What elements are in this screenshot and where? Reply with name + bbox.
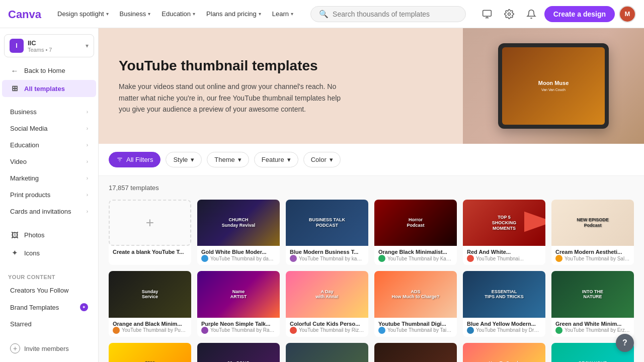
search-input[interactable] [333,10,457,18]
author-avatar [201,255,208,262]
create-blank-area[interactable]: + [109,200,191,246]
template-thumbnail: INTO THENATURE [551,271,634,317]
nav-business[interactable]: Business ▾ [115,7,156,21]
template-card[interactable]: TOP 5SHOCKINGMOMENTS Red And White... Yo… [463,200,545,265]
sidebar-item-label: Video [10,158,82,165]
sidebar-item-marketing[interactable]: Marketing › [2,170,96,186]
theme-filter-button[interactable]: Theme ▾ [207,152,249,167]
template-card[interactable]: SundayService Orange and Black Minim... … [109,271,191,336]
grid-icon: ⊞ [10,84,19,93]
template-author: YouTube Thumbnail by Sally... [565,256,630,261]
svg-rect-1 [482,10,491,16]
author-avatar [378,255,385,262]
template-thumbnail: ADSHow Much to Charge? [374,271,457,317]
template-card[interactable]: INTO THENATURE Green and White Minim... … [551,271,634,336]
template-author: YouTube Thumbnail by Tainá... [387,327,453,333]
sidebar-item-video[interactable]: Video › [2,154,96,169]
back-icon: ← [10,66,19,75]
svg-text:Canva: Canva [8,8,42,21]
brand-badge: ✦ [80,303,88,311]
template-card[interactable]: NEW EPISODEPodcast Cream Modern Aestheti… [551,200,634,265]
workspace-switcher[interactable]: I IIC Teams • 7 ▾ [4,34,94,57]
chevron-right-icon: › [87,109,88,115]
top-navigation: Canva Design spotlight ▾ Business ▾ Educ… [0,0,644,28]
canva-logo[interactable]: Canva [8,7,44,21]
style-filter-button[interactable]: Style ▾ [166,152,202,167]
tablet-mockup: Moon MuseVan Van Couch [498,43,609,129]
template-card[interactable]: CHURCHSunday Revival Gold White Blue Mod… [197,200,280,265]
template-card[interactable]: How To SpeakEnglish Fluently Speak Engli… [463,343,545,363]
template-thumbnail: $500PER DAY [109,343,191,363]
sidebar-item-back-to-home[interactable]: ← Back to Home [2,62,96,79]
template-author: YouTube Thumbnail by Kany... [387,256,453,261]
template-thumbnail: NEW EPISODEPodcast [551,200,634,246]
color-filter-button[interactable]: Color ▾ [303,152,341,167]
template-card[interactable]: 90s SONGCOLLECTION Music Collection... Y… [197,343,280,363]
chevron-icon: ▾ [148,11,150,17]
template-card[interactable]: PODCAST Podcast Episode... YouTube Thumb… [374,343,457,363]
sidebar-item-education[interactable]: Education › [2,137,96,153]
feature-filter-button[interactable]: Feature ▾ [254,152,298,167]
nav-education[interactable]: Education ▾ [156,7,200,21]
chevron-down-icon: ▾ [238,156,242,163]
sidebar-item-photos[interactable]: 🖼 Photos [2,226,96,243]
template-name: Red And White... [467,249,541,255]
template-name: Blue Modern Business T... [290,249,364,255]
help-button[interactable]: ? [616,334,634,352]
template-card[interactable]: HorrorPodcast Orange Black Minimalist...… [374,200,457,265]
main-content: YouTube thumbnail templates Make your vi… [99,28,644,362]
monitor-icon-button[interactable] [478,5,496,23]
template-thumbnail: New Episode [286,343,368,363]
template-card[interactable]: BUSINESS TALKPODCAST Blue Modern Busines… [286,200,368,265]
sidebar-item-business[interactable]: Business › [2,104,96,120]
nav-menu: Design spotlight ▾ Business ▾ Education … [52,7,298,21]
create-blank-template-card[interactable]: + Create a blank YouTube T... [109,200,191,265]
sidebar-item-label: Starred [10,320,88,328]
template-card[interactable]: New Episode New Episode... YouTube Thumb… [286,343,368,363]
photos-icon: 🖼 [10,230,19,239]
chevron-right-icon: › [87,175,88,181]
template-author: YouTube Thumbnai... [476,256,524,261]
sidebar-item-icons[interactable]: ✦ Icons [2,244,96,261]
create-design-button[interactable]: Create a design [544,6,615,22]
template-thumbnail: HorrorPodcast [374,200,457,246]
sidebar-item-label: All templates [24,85,88,93]
chevron-right-icon: › [87,142,88,148]
template-card[interactable]: A Daywith Anna! Colorful Cute Kids Perso… [286,271,368,336]
sidebar-item-print-products[interactable]: Print products › [2,187,96,203]
settings-icon-button[interactable] [500,5,518,23]
user-avatar[interactable]: M [619,6,636,23]
sidebar-item-creators-you-follow[interactable]: Creators You Follow [2,283,96,298]
template-card[interactable]: ADSHow Much to Charge? Youtube Thumbnail… [374,271,457,336]
hero-image: Moon MuseVan Van Couch [463,28,644,144]
search-bar[interactable]: 🔍 [310,6,466,22]
template-card[interactable]: $500PER DAY $500 Per Day... YouTube Thum… [109,343,191,363]
invite-members-button[interactable]: + Invite members [2,339,96,357]
template-name: Colorful Cute Kids Perso... [290,321,364,327]
template-name: Purple Neon Simple Talk... [201,321,276,327]
nav-learn[interactable]: Learn ▾ [267,7,298,21]
sidebar-item-social-media[interactable]: Social Media › [2,121,96,136]
sidebar-item-brand-templates[interactable]: Brand Templates ✦ [2,299,96,315]
author-avatar [113,327,120,334]
author-avatar [290,255,297,262]
sidebar-item-all-templates[interactable]: ⊞ All templates [2,80,96,97]
sidebar-item-cards-invitations[interactable]: Cards and invitations › [2,204,96,219]
template-card[interactable]: ESSENTIALTIPS AND TRICKS Blue And Yellow… [463,271,545,336]
author-avatar [555,327,562,334]
notifications-icon-button[interactable] [522,5,540,23]
template-card[interactable]: NameARTIST Purple Neon Simple Talk... Yo… [197,271,280,336]
chevron-icon: ▾ [259,11,261,17]
template-thumbnail: CHURCHSunday Revival [197,200,280,246]
template-thumbnail: NameARTIST [197,271,280,317]
sidebar-item-label: Print products [10,191,82,199]
template-thumbnail: BUSINESS TALKPODCAST [286,200,368,246]
chevron-down-icon: ▾ [287,156,291,163]
nav-design-spotlight[interactable]: Design spotlight ▾ [52,7,114,21]
sidebar-item-starred[interactable]: Starred [2,316,96,332]
hero-banner: YouTube thumbnail templates Make your vi… [99,28,644,144]
sidebar-item-label: Education [10,141,82,149]
sidebar-item-label: Business [10,108,82,116]
all-filters-button[interactable]: All Filters [109,152,160,167]
nav-plans[interactable]: Plans and pricing ▾ [201,7,266,21]
